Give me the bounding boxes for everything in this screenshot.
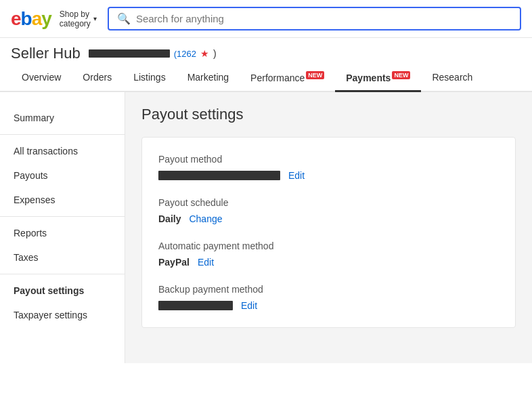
sidebar-item-expenses[interactable]: Expenses (0, 188, 125, 212)
backup-payment-row: Edit (158, 300, 499, 311)
feedback-close: ) (213, 48, 217, 59)
tab-performance[interactable]: PerformanceNEW (240, 65, 335, 92)
tab-marketing[interactable]: Marketing (177, 65, 240, 91)
seller-hub-title: Seller Hub (11, 45, 81, 62)
shop-by-label: Shop by (60, 9, 91, 19)
page-title: Payout settings (141, 106, 516, 123)
payout-method-edit-link[interactable]: Edit (288, 170, 305, 181)
tab-orders[interactable]: Orders (72, 65, 123, 91)
tab-overview[interactable]: Overview (11, 65, 72, 91)
payments-new-badge: NEW (392, 71, 410, 79)
auto-payment-section: Automatic payment method PayPal Edit (158, 241, 499, 268)
main-layout: Summary All transactions Payouts Expense… (0, 92, 532, 363)
search-icon: 🔍 (117, 12, 131, 25)
search-bar[interactable]: 🔍 (108, 7, 521, 30)
seller-hub-bar: Seller Hub (1262 ★ ) (0, 38, 532, 65)
tab-payments[interactable]: PaymentsNEW (335, 65, 421, 92)
sidebar-item-summary[interactable]: Summary (0, 106, 125, 130)
payout-method-section: Payout method Edit (158, 154, 499, 181)
backup-payment-label: Backup payment method (158, 284, 499, 295)
auto-payment-value: PayPal (158, 257, 190, 268)
feedback-count[interactable]: (1262 (174, 49, 196, 59)
search-input[interactable] (136, 13, 512, 24)
chevron-down-icon: ▾ (93, 15, 97, 22)
nav-tabs: Overview Orders Listings Marketing Perfo… (0, 65, 532, 92)
sidebar-item-payouts[interactable]: Payouts (0, 163, 125, 188)
feedback-bar: (1262 ★ ) (89, 48, 217, 59)
settings-card: Payout method Edit Payout schedule Daily… (141, 137, 516, 328)
payout-schedule-value: Daily (158, 213, 181, 224)
star-icon: ★ (200, 48, 209, 59)
payout-schedule-section: Payout schedule Daily Change (158, 197, 499, 224)
auto-payment-label: Automatic payment method (158, 241, 499, 251)
auto-payment-edit-link[interactable]: Edit (198, 257, 214, 268)
tab-research[interactable]: Research (421, 65, 483, 91)
sidebar-item-taxes[interactable]: Taxes (0, 245, 125, 270)
sidebar: Summary All transactions Payouts Expense… (0, 92, 125, 363)
backup-payment-redacted (158, 301, 233, 310)
shop-by-category[interactable]: Shop by category ▾ (60, 9, 97, 28)
ebay-logo[interactable]: ebay (11, 8, 51, 30)
backup-payment-section: Backup payment method Edit (158, 284, 499, 311)
backup-payment-edit-link[interactable]: Edit (241, 300, 257, 311)
sidebar-item-reports[interactable]: Reports (0, 221, 125, 245)
auto-payment-row: PayPal Edit (158, 257, 499, 268)
sidebar-item-payout-settings[interactable]: Payout settings (0, 278, 125, 303)
payout-method-row: Edit (158, 170, 499, 181)
sidebar-item-taxpayer-settings[interactable]: Taxpayer settings (0, 303, 125, 327)
sidebar-divider-1 (0, 134, 125, 135)
tab-listings[interactable]: Listings (123, 65, 176, 91)
sidebar-divider-2 (0, 216, 125, 217)
payout-schedule-change-link[interactable]: Change (189, 213, 222, 224)
sidebar-divider-3 (0, 274, 125, 274)
content-area: Payout settings Payout method Edit Payou… (125, 92, 532, 363)
sidebar-item-all-transactions[interactable]: All transactions (0, 139, 125, 163)
payout-schedule-label: Payout schedule (158, 197, 499, 208)
payout-schedule-row: Daily Change (158, 213, 499, 224)
payout-method-redacted (158, 171, 280, 180)
header: ebay Shop by category ▾ 🔍 (0, 0, 532, 38)
performance-new-badge: NEW (306, 71, 324, 79)
shop-by-sub: category (60, 19, 91, 28)
payout-method-label: Payout method (158, 154, 499, 165)
feedback-bar-fill (89, 49, 170, 58)
